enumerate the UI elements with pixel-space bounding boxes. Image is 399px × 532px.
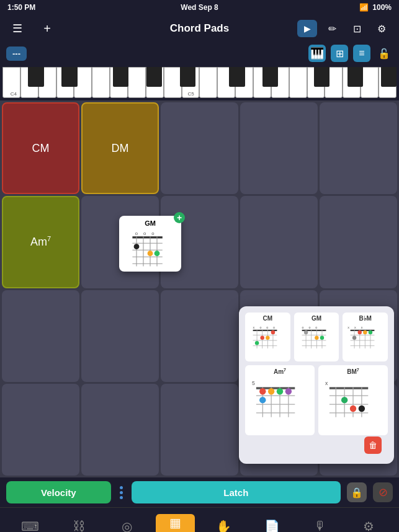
piano-key-a2[interactable] [217, 67, 235, 98]
panel-chord-cm[interactable]: CM x o o o [245, 313, 290, 361]
piano-icon[interactable]: 🎹 [308, 45, 326, 62]
piano-key-b2[interactable] [235, 67, 253, 98]
piano-key-e[interactable] [38, 67, 56, 98]
svg-text:o: o [143, 231, 146, 236]
page-title: Chord Pads [170, 22, 229, 35]
chord-pad-12[interactable] [81, 290, 159, 382]
mic-icon: 🎙 [314, 519, 326, 532]
svg-point-69 [259, 388, 266, 394]
chord-pad-11[interactable] [2, 290, 79, 382]
svg-text:5: 5 [252, 380, 255, 386]
panel-delete-button[interactable]: 🗑 [364, 437, 382, 454]
chord-pad-17[interactable] [81, 384, 159, 476]
piano-key-g2[interactable] [199, 67, 217, 98]
add-icon[interactable]: + [37, 20, 57, 37]
status-date: Wed Sep 8 [181, 3, 218, 12]
svg-point-29 [266, 336, 269, 340]
tab-doc[interactable]: 📄 [248, 519, 296, 533]
chord-pad-9[interactable] [240, 196, 318, 288]
chord-pad-5[interactable] [320, 102, 397, 194]
panel-chord-gm-svg: o o o [297, 323, 337, 357]
piano-key-a[interactable] [92, 67, 110, 98]
latch-button[interactable]: Latch [132, 481, 341, 503]
piano-key-f[interactable] [56, 67, 74, 98]
chord-pad-cm[interactable]: CM [2, 102, 79, 194]
piano-key-b3[interactable] [361, 67, 379, 98]
toolbar: --- 🎹 ⊞ ≡ 🔓 [0, 42, 399, 64]
svg-text:o: o [308, 326, 310, 329]
piano-keyboard[interactable]: C4 C5 [0, 64, 399, 100]
chord-pads-icon: ▦ [169, 515, 181, 530]
chord-pad-3[interactable] [161, 102, 238, 194]
chord-pad-18[interactable] [161, 384, 238, 476]
panel-chord-bbm[interactable]: B♭M x x x [343, 313, 388, 361]
floating-chord-name: GM [123, 219, 177, 227]
floating-chord-diagram[interactable]: + GM o o o [119, 216, 181, 272]
svg-text:o: o [135, 231, 138, 236]
tab-gear[interactable]: ⚙ [344, 519, 393, 533]
piano-marker-c5: C5 [187, 91, 194, 97]
piano-key-c2[interactable] [128, 67, 146, 98]
panel-chord-am7[interactable]: Am7 5 [245, 365, 315, 435]
svg-text:o: o [266, 326, 268, 329]
svg-point-71 [277, 388, 283, 394]
svg-text:x: x [348, 326, 350, 329]
svg-text:o: o [315, 326, 317, 329]
piano-key-c3[interactable] [253, 67, 271, 98]
svg-point-72 [285, 388, 292, 394]
chord-pad-4[interactable] [240, 102, 318, 194]
tab-chord-pads[interactable]: ▦ Chord Pads [151, 514, 200, 533]
dash-button[interactable]: --- [6, 47, 27, 61]
svg-text:x: x [361, 326, 363, 329]
panel-chord-gm[interactable]: GM o o o [294, 313, 339, 361]
piano-key-d2[interactable] [146, 67, 164, 98]
chord-pad-10[interactable] [320, 196, 397, 288]
piano-key-a3[interactable] [343, 67, 361, 98]
panel-chord-bm7[interactable]: BM7 x [318, 365, 388, 435]
piano-key-c4[interactable] [379, 67, 397, 98]
piano-key-e2[interactable] [164, 67, 182, 98]
piano-key-g3[interactable] [325, 67, 343, 98]
svg-point-13 [148, 250, 153, 256]
svg-rect-75 [330, 388, 368, 389]
share-button[interactable]: ⊡ [347, 20, 367, 37]
chord-pad-cm-label: CM [32, 142, 50, 155]
chord-pad-am7[interactable]: Am7 [2, 196, 79, 288]
piano-key-g[interactable] [74, 67, 92, 98]
chord-panel-bottom-row: Am7 5 BM7 x [245, 365, 388, 435]
doc-icon: 📄 [264, 519, 280, 533]
add-chord-button[interactable]: + [174, 212, 185, 223]
svg-text:x: x [325, 380, 328, 386]
tab-hand[interactable]: ✋ [200, 519, 248, 533]
svg-point-28 [260, 336, 264, 340]
floating-chord-svg: o o o [123, 228, 177, 270]
chord-pad-dm[interactable]: DM [81, 102, 159, 194]
chord-pad-dm-label: DM [112, 142, 129, 155]
tab-settings2[interactable]: ◎ [103, 519, 151, 533]
piano-key-b[interactable] [110, 67, 128, 98]
piano-key-d3[interactable] [271, 67, 289, 98]
piano-key-f3[interactable] [307, 67, 325, 98]
play-button[interactable]: ▶ [297, 20, 317, 37]
chord-pad-16[interactable] [2, 384, 79, 476]
edit-button[interactable]: ✏ [322, 20, 342, 37]
piano-key-e3[interactable] [289, 67, 307, 98]
list-icon[interactable]: ≡ [353, 45, 370, 62]
piano-key-d[interactable] [20, 67, 38, 98]
menu-icon[interactable]: ☰ [7, 20, 27, 37]
tab-chain[interactable]: ⛓ [55, 519, 103, 532]
no-button[interactable]: ⊘ [373, 482, 393, 502]
chord-pad-13[interactable] [161, 290, 238, 382]
svg-point-58 [369, 330, 372, 334]
settings-button[interactable]: ⚙ [372, 20, 392, 37]
dot-2 [120, 491, 123, 494]
tab-keys[interactable]: ⌨ [6, 519, 55, 533]
svg-text:o: o [259, 326, 261, 329]
lock-button[interactable]: 🔒 [347, 482, 367, 502]
tab-mic[interactable]: 🎙 [296, 519, 344, 532]
svg-point-85 [359, 406, 365, 412]
lock-icon-toolbar[interactable]: 🔓 [375, 45, 393, 62]
velocity-button[interactable]: Velocity [6, 481, 111, 503]
grid-icon[interactable]: ⊞ [331, 45, 348, 62]
svg-rect-3 [132, 236, 162, 238]
